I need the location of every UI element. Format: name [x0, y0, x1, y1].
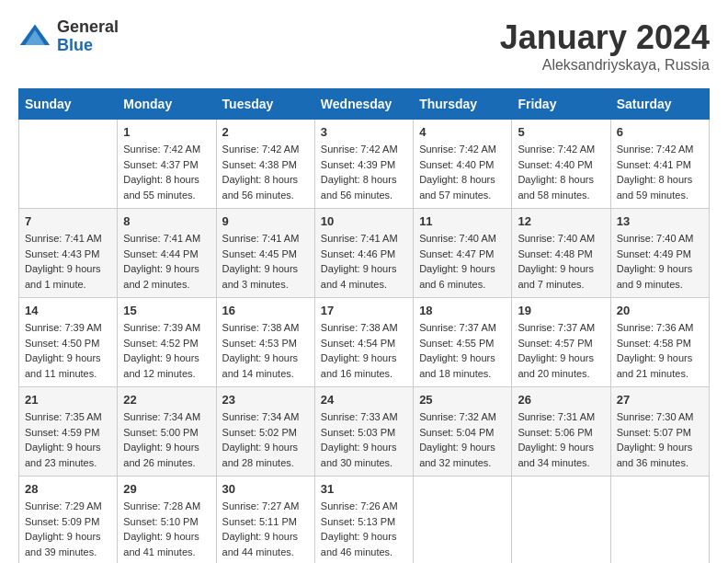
- daylight-text: Daylight: 9 hours and 9 minutes.: [617, 263, 693, 290]
- day-info: Sunrise: 7:41 AM Sunset: 4:45 PM Dayligh…: [222, 231, 309, 292]
- calendar-cell: 18 Sunrise: 7:37 AM Sunset: 4:55 PM Dayl…: [414, 298, 512, 387]
- sunset-text: Sunset: 4:40 PM: [419, 159, 494, 170]
- sunrise-text: Sunrise: 7:28 AM: [123, 500, 200, 511]
- header: General Blue January 2024 Aleksandriyska…: [18, 18, 710, 74]
- sunrise-text: Sunrise: 7:40 AM: [419, 233, 496, 244]
- daylight-text: Daylight: 9 hours and 44 minutes.: [222, 531, 299, 557]
- calendar-cell: 21 Sunrise: 7:35 AM Sunset: 4:59 PM Dayl…: [19, 387, 118, 477]
- day-info: Sunrise: 7:38 AM Sunset: 4:54 PM Dayligh…: [321, 320, 407, 381]
- day-info: Sunrise: 7:29 AM Sunset: 5:09 PM Dayligh…: [25, 499, 111, 559]
- calendar-cell: 5 Sunrise: 7:42 AM Sunset: 4:40 PM Dayli…: [512, 120, 610, 209]
- sunset-text: Sunset: 5:03 PM: [321, 427, 395, 438]
- daylight-text: Daylight: 8 hours and 55 minutes.: [123, 174, 199, 201]
- day-number: 2: [222, 125, 309, 139]
- sunrise-text: Sunrise: 7:31 AM: [518, 411, 595, 422]
- day-number: 10: [321, 214, 407, 228]
- daylight-text: Daylight: 9 hours and 6 minutes.: [419, 263, 495, 290]
- day-number: 29: [123, 482, 210, 496]
- calendar-cell: 10 Sunrise: 7:41 AM Sunset: 4:46 PM Dayl…: [314, 209, 413, 298]
- day-number: 6: [617, 125, 703, 139]
- calendar-cell: 1 Sunrise: 7:42 AM Sunset: 4:37 PM Dayli…: [118, 120, 216, 209]
- day-number: 28: [25, 482, 111, 496]
- daylight-text: Daylight: 9 hours and 23 minutes.: [25, 442, 101, 468]
- weekday-header-sunday: Sunday: [19, 89, 118, 120]
- sunrise-text: Sunrise: 7:34 AM: [123, 411, 200, 422]
- sunset-text: Sunset: 4:44 PM: [123, 248, 198, 259]
- day-number: 8: [123, 214, 210, 228]
- sunset-text: Sunset: 4:40 PM: [518, 159, 592, 170]
- daylight-text: Daylight: 9 hours and 46 minutes.: [321, 531, 397, 557]
- day-info: Sunrise: 7:41 AM Sunset: 4:43 PM Dayligh…: [25, 231, 111, 292]
- day-info: Sunrise: 7:42 AM Sunset: 4:37 PM Dayligh…: [123, 142, 210, 202]
- day-info: Sunrise: 7:33 AM Sunset: 5:03 PM Dayligh…: [321, 409, 407, 470]
- sunset-text: Sunset: 5:04 PM: [419, 427, 494, 438]
- logo-text: General Blue: [57, 18, 119, 55]
- day-info: Sunrise: 7:40 AM Sunset: 4:48 PM Dayligh…: [518, 231, 604, 292]
- calendar-cell: 24 Sunrise: 7:33 AM Sunset: 5:03 PM Dayl…: [314, 387, 413, 477]
- sunset-text: Sunset: 4:50 PM: [25, 338, 99, 349]
- sunrise-text: Sunrise: 7:42 AM: [222, 144, 300, 155]
- daylight-text: Daylight: 9 hours and 28 minutes.: [222, 442, 299, 468]
- daylight-text: Daylight: 9 hours and 36 minutes.: [617, 442, 693, 468]
- calendar-cell: [512, 477, 610, 564]
- sunset-text: Sunset: 4:48 PM: [518, 248, 592, 259]
- day-info: Sunrise: 7:41 AM Sunset: 4:46 PM Dayligh…: [321, 231, 407, 292]
- sunrise-text: Sunrise: 7:41 AM: [123, 233, 200, 244]
- sunset-text: Sunset: 4:58 PM: [617, 338, 691, 349]
- day-number: 12: [518, 214, 604, 228]
- day-info: Sunrise: 7:42 AM Sunset: 4:40 PM Dayligh…: [518, 142, 604, 202]
- day-info: Sunrise: 7:42 AM Sunset: 4:38 PM Dayligh…: [222, 142, 309, 202]
- daylight-text: Daylight: 9 hours and 4 minutes.: [321, 263, 397, 290]
- day-number: 24: [321, 393, 407, 407]
- calendar-week-row: 28 Sunrise: 7:29 AM Sunset: 5:09 PM Dayl…: [19, 477, 710, 564]
- weekday-header-thursday: Thursday: [414, 89, 512, 120]
- daylight-text: Daylight: 9 hours and 3 minutes.: [222, 263, 299, 290]
- calendar-cell: 23 Sunrise: 7:34 AM Sunset: 5:02 PM Dayl…: [216, 387, 314, 477]
- sunset-text: Sunset: 4:52 PM: [123, 338, 198, 349]
- day-info: Sunrise: 7:35 AM Sunset: 4:59 PM Dayligh…: [25, 409, 111, 470]
- logo-icon: [18, 20, 51, 53]
- day-number: 25: [419, 393, 506, 407]
- daylight-text: Daylight: 9 hours and 14 minutes.: [222, 352, 299, 379]
- weekday-header-row: SundayMondayTuesdayWednesdayThursdayFrid…: [19, 89, 710, 120]
- sunrise-text: Sunrise: 7:30 AM: [617, 411, 694, 422]
- sunrise-text: Sunrise: 7:42 AM: [518, 144, 595, 155]
- sunrise-text: Sunrise: 7:37 AM: [518, 322, 595, 333]
- daylight-text: Daylight: 9 hours and 18 minutes.: [419, 352, 495, 379]
- calendar-week-row: 21 Sunrise: 7:35 AM Sunset: 4:59 PM Dayl…: [19, 387, 710, 477]
- sunset-text: Sunset: 5:10 PM: [123, 516, 198, 527]
- sunset-text: Sunset: 4:46 PM: [321, 248, 395, 259]
- sunset-text: Sunset: 4:37 PM: [123, 159, 198, 170]
- logo-general-label: General: [57, 18, 119, 37]
- day-number: 21: [25, 393, 111, 407]
- sunrise-text: Sunrise: 7:34 AM: [222, 411, 300, 422]
- sunset-text: Sunset: 4:55 PM: [419, 338, 494, 349]
- day-info: Sunrise: 7:37 AM Sunset: 4:57 PM Dayligh…: [518, 320, 604, 381]
- calendar-cell: 7 Sunrise: 7:41 AM Sunset: 4:43 PM Dayli…: [19, 209, 118, 298]
- sunset-text: Sunset: 4:41 PM: [617, 159, 691, 170]
- day-info: Sunrise: 7:40 AM Sunset: 4:49 PM Dayligh…: [617, 231, 703, 292]
- weekday-header-tuesday: Tuesday: [216, 89, 314, 120]
- day-number: 13: [617, 214, 703, 228]
- sunset-text: Sunset: 4:59 PM: [25, 427, 99, 438]
- day-number: 7: [25, 214, 111, 228]
- sunrise-text: Sunrise: 7:33 AM: [321, 411, 398, 422]
- calendar-cell: 3 Sunrise: 7:42 AM Sunset: 4:39 PM Dayli…: [314, 120, 413, 209]
- day-info: Sunrise: 7:39 AM Sunset: 4:52 PM Dayligh…: [123, 320, 210, 381]
- day-info: Sunrise: 7:26 AM Sunset: 5:13 PM Dayligh…: [321, 499, 407, 559]
- sunrise-text: Sunrise: 7:29 AM: [25, 500, 102, 511]
- daylight-text: Daylight: 8 hours and 58 minutes.: [518, 174, 594, 201]
- title-area: January 2024 Aleksandriyskaya, Russia: [500, 18, 710, 74]
- calendar-cell: 2 Sunrise: 7:42 AM Sunset: 4:38 PM Dayli…: [216, 120, 314, 209]
- sunrise-text: Sunrise: 7:26 AM: [321, 500, 398, 511]
- weekday-header-wednesday: Wednesday: [314, 89, 413, 120]
- calendar-cell: [610, 477, 709, 564]
- day-number: 16: [222, 304, 309, 317]
- calendar-cell: 30 Sunrise: 7:27 AM Sunset: 5:11 PM Dayl…: [216, 477, 314, 564]
- sunset-text: Sunset: 5:02 PM: [222, 427, 297, 438]
- sunset-text: Sunset: 4:47 PM: [419, 248, 494, 259]
- sunrise-text: Sunrise: 7:37 AM: [419, 322, 496, 333]
- daylight-text: Daylight: 9 hours and 12 minutes.: [123, 352, 199, 379]
- day-number: 17: [321, 304, 407, 317]
- daylight-text: Daylight: 8 hours and 56 minutes.: [222, 174, 299, 201]
